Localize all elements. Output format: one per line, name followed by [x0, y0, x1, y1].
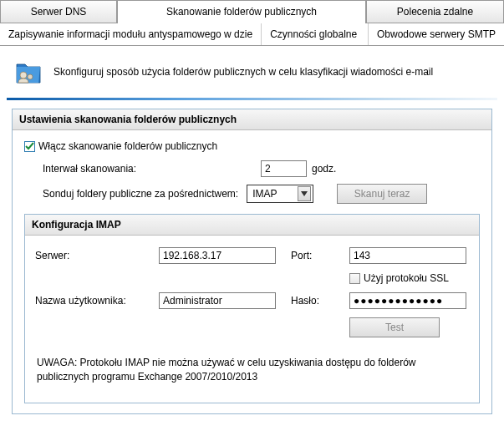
tab-label: Skanowanie folderów publicznych — [166, 6, 317, 18]
server-input[interactable] — [159, 247, 276, 264]
interval-input[interactable] — [261, 160, 307, 177]
username-input[interactable] — [159, 292, 276, 309]
page-header-text: Skonfiguruj sposób użycia folderów publi… — [53, 66, 433, 78]
interval-label: Interwał skanowania: — [43, 163, 256, 175]
page-header: Skonfiguruj sposób użycia folderów publi… — [0, 46, 504, 98]
enable-scan-label: Włącz skanowanie folderów publicznych — [38, 140, 217, 152]
subtab-global-actions[interactable]: Czynności globalne — [262, 23, 369, 45]
subtab-smtp-perimeter[interactable]: Obwodowe serwery SMTP — [369, 23, 504, 45]
tabs-row: Serwer DNS Skanowanie folderów publiczny… — [0, 0, 504, 23]
poll-label: Sonduj foldery publiczne za pośrednictwe… — [43, 188, 238, 200]
password-label: Hasło: — [291, 295, 343, 307]
interval-row: Interwał skanowania: godz. — [24, 160, 480, 177]
folder-users-icon — [15, 58, 43, 86]
port-input[interactable] — [349, 247, 466, 264]
svg-point-0 — [20, 72, 27, 79]
username-label: Nazwa użytkownika: — [35, 295, 152, 307]
password-input[interactable] — [349, 292, 466, 309]
test-button[interactable]: Test — [349, 317, 440, 337]
ssl-checkbox[interactable] — [349, 273, 360, 284]
tab-public-folders[interactable]: Skanowanie folderów publicznych — [117, 0, 366, 23]
subtab-antispam-log[interactable]: Zapisywanie informacji modułu antyspamow… — [0, 23, 262, 45]
btn-label: Skanuj teraz — [354, 188, 410, 200]
enable-scan-row: Włącz skanowanie folderów publicznych — [24, 140, 480, 152]
subtab-label: Zapisywanie informacji modułu antyspamow… — [8, 28, 252, 40]
subtab-row: Zapisywanie informacji modułu antyspamow… — [0, 23, 504, 46]
btn-label: Test — [385, 322, 404, 333]
scan-settings-section: Ustawienia skanowania folderów publiczny… — [12, 109, 492, 414]
divider — [7, 98, 497, 100]
poll-row: Sonduj foldery publiczne za pośrednictwe… — [24, 184, 480, 204]
tab-remote-commands[interactable]: Polecenia zdalne — [366, 0, 504, 23]
ssl-row: Użyj protokołu SSL — [349, 272, 475, 284]
server-label: Serwer: — [35, 250, 152, 261]
poll-select[interactable]: IMAP — [247, 185, 313, 203]
port-label: Port: — [291, 250, 343, 261]
interval-unit: godz. — [312, 163, 336, 175]
ssl-label: Użyj protokołu SSL — [364, 272, 449, 284]
subtab-label: Obwodowe serwery SMTP — [377, 28, 496, 40]
svg-point-1 — [28, 74, 33, 79]
scan-now-button[interactable]: Skanuj teraz — [337, 184, 427, 204]
enable-scan-checkbox[interactable] — [24, 141, 35, 152]
chevron-down-icon — [298, 186, 311, 201]
tab-label: Serwer DNS — [31, 6, 87, 18]
tab-label: Polecenia zdalne — [397, 6, 473, 18]
imap-note: UWAGA: Protokołu IMAP nie można używać w… — [37, 356, 467, 384]
imap-config-section: Konfiguracja IMAP Serwer: Port: Użyj pro… — [24, 214, 480, 403]
poll-select-value: IMAP — [252, 188, 277, 200]
imap-title: Konfiguracja IMAP — [25, 215, 479, 236]
tab-dns[interactable]: Serwer DNS — [0, 0, 117, 23]
section-title: Ustawienia skanowania folderów publiczny… — [13, 109, 491, 130]
subtab-label: Czynności globalne — [270, 28, 357, 40]
